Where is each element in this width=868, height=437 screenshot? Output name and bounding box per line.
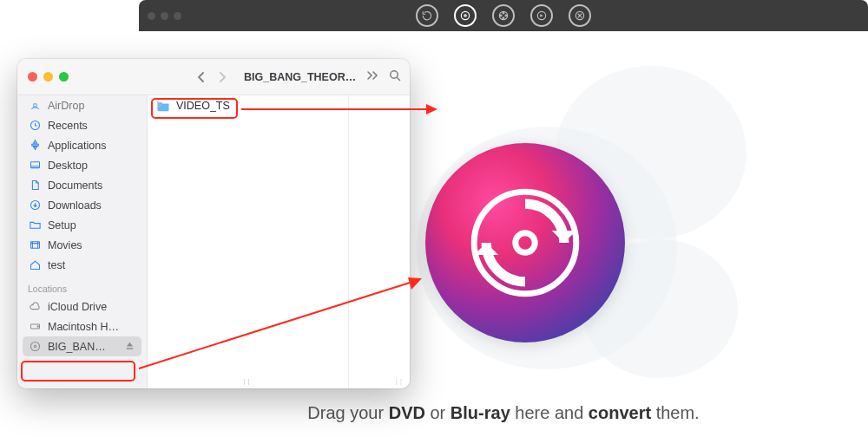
disc-icon bbox=[28, 340, 42, 354]
sidebar-item-label: Macintosh H… bbox=[48, 321, 119, 333]
finder-toolbar: BIG_BANG_THEOR… bbox=[17, 59, 410, 95]
sidebar-item-test[interactable]: test bbox=[17, 255, 147, 275]
sidebar-item-label: AirDrop bbox=[48, 100, 84, 112]
sidebar-item-label: Movies bbox=[48, 239, 82, 251]
finder-window: BIG_BANG_THEOR… AirDrop Recents Applicat… bbox=[17, 59, 410, 388]
file-name: VIDEO_TS bbox=[176, 100, 230, 112]
sidebar-item-label: Desktop bbox=[48, 160, 88, 172]
app-close-dot[interactable] bbox=[148, 12, 155, 20]
sidebar-item-big-bang-disc[interactable]: BIG_BAN… bbox=[23, 336, 141, 356]
chevron-left-icon bbox=[197, 71, 206, 83]
app-max-dot[interactable] bbox=[174, 12, 181, 20]
eject-button[interactable] bbox=[125, 341, 135, 353]
svg-point-4 bbox=[503, 17, 504, 19]
nav-arrows bbox=[192, 68, 232, 87]
svg-point-21 bbox=[30, 342, 39, 351]
finder-title: BIG_BANG_THEOR… bbox=[244, 71, 356, 83]
toolbar-button-2[interactable] bbox=[454, 4, 477, 27]
sidebar-item-label: BIG_BAN… bbox=[48, 341, 106, 353]
airdrop-icon bbox=[28, 99, 42, 113]
sidebar-item-label: iCloud Drive bbox=[48, 301, 107, 313]
toolbar-button-5[interactable] bbox=[569, 4, 591, 27]
app-toolbar bbox=[416, 4, 591, 27]
svg-point-22 bbox=[34, 345, 36, 348]
svg-point-1 bbox=[464, 15, 466, 16]
toolbar-button-1[interactable] bbox=[416, 4, 438, 27]
convert-orb bbox=[425, 143, 625, 342]
search-button[interactable] bbox=[389, 69, 401, 84]
drop-caption: Drag your DVD or Blu-ray here and conver… bbox=[139, 403, 868, 423]
finder-column-2: || bbox=[349, 95, 410, 388]
movie-icon bbox=[536, 10, 548, 22]
convert-arrows-icon bbox=[464, 182, 586, 303]
app-traffic-lights[interactable] bbox=[148, 12, 181, 20]
sidebar-item-macintosh-hd[interactable]: Macintosh H… bbox=[17, 316, 147, 336]
toolbar-button-4[interactable] bbox=[530, 4, 553, 27]
sidebar-item-label: Documents bbox=[48, 179, 102, 192]
sidebar-item-airdrop[interactable]: AirDrop bbox=[17, 95, 147, 115]
cloud-icon bbox=[28, 300, 42, 314]
back-button[interactable] bbox=[192, 68, 211, 87]
clip-icon bbox=[574, 10, 586, 22]
refresh-icon bbox=[421, 10, 433, 22]
sidebar-section-locations: Locations bbox=[17, 275, 147, 297]
svg-marker-12 bbox=[474, 243, 498, 255]
svg-point-0 bbox=[461, 11, 469, 19]
sidebar-item-label: Setup bbox=[48, 219, 76, 232]
finder-traffic-lights bbox=[28, 72, 69, 82]
folder-icon bbox=[28, 218, 42, 232]
house-icon bbox=[28, 258, 42, 272]
svg-point-13 bbox=[391, 71, 398, 78]
film-reel-icon bbox=[497, 10, 510, 22]
forward-button[interactable] bbox=[213, 68, 232, 87]
svg-point-20 bbox=[37, 326, 38, 327]
more-button[interactable] bbox=[366, 70, 380, 83]
sidebar-item-recents[interactable]: Recents bbox=[17, 115, 147, 135]
app-min-dot[interactable] bbox=[161, 12, 168, 20]
svg-point-6 bbox=[505, 15, 507, 16]
sidebar-item-label: Recents bbox=[48, 120, 88, 132]
column-resize-handle[interactable]: || bbox=[396, 377, 404, 385]
download-icon bbox=[28, 199, 42, 212]
sidebar-item-documents[interactable]: Documents bbox=[17, 175, 147, 195]
column-resize-handle[interactable]: || bbox=[243, 377, 252, 385]
clock-icon bbox=[28, 119, 42, 133]
sidebar-item-label: Applications bbox=[48, 140, 106, 152]
minimize-button[interactable] bbox=[43, 72, 53, 82]
app-icon bbox=[28, 139, 42, 153]
fullscreen-button[interactable] bbox=[59, 72, 69, 82]
finder-sidebar: AirDrop Recents Applications Desktop Doc… bbox=[17, 95, 148, 388]
movies-icon bbox=[28, 238, 42, 252]
search-icon bbox=[389, 69, 401, 82]
svg-point-10 bbox=[516, 233, 535, 252]
desktop-icon bbox=[28, 159, 42, 173]
sidebar-item-label: Downloads bbox=[48, 199, 102, 212]
disc-convert-icon bbox=[459, 10, 471, 22]
chevron-right-icon bbox=[218, 71, 227, 83]
eject-icon bbox=[125, 341, 135, 350]
sidebar-item-label: test bbox=[48, 259, 65, 271]
document-icon bbox=[28, 179, 42, 192]
chevrons-right-icon bbox=[366, 70, 380, 81]
sidebar-item-downloads[interactable]: Downloads bbox=[17, 195, 147, 215]
sidebar-item-movies[interactable]: Movies bbox=[17, 235, 147, 255]
sidebar-item-desktop[interactable]: Desktop bbox=[17, 155, 147, 175]
finder-column-1: VIDEO_TS || bbox=[148, 95, 349, 388]
hdd-icon bbox=[28, 320, 42, 334]
sidebar-item-setup[interactable]: Setup bbox=[17, 215, 147, 235]
svg-point-5 bbox=[500, 15, 502, 16]
svg-point-3 bbox=[503, 12, 504, 14]
sidebar-item-icloud[interactable]: iCloud Drive bbox=[17, 297, 147, 316]
close-button[interactable] bbox=[28, 72, 37, 82]
app-titlebar bbox=[139, 0, 868, 31]
svg-marker-11 bbox=[552, 231, 576, 243]
toolbar-button-3[interactable] bbox=[492, 4, 515, 27]
folder-icon bbox=[156, 101, 170, 112]
sidebar-item-applications[interactable]: Applications bbox=[17, 135, 147, 155]
list-item[interactable]: VIDEO_TS bbox=[148, 95, 348, 116]
svg-rect-16 bbox=[30, 162, 39, 168]
finder-body: AirDrop Recents Applications Desktop Doc… bbox=[17, 95, 410, 388]
